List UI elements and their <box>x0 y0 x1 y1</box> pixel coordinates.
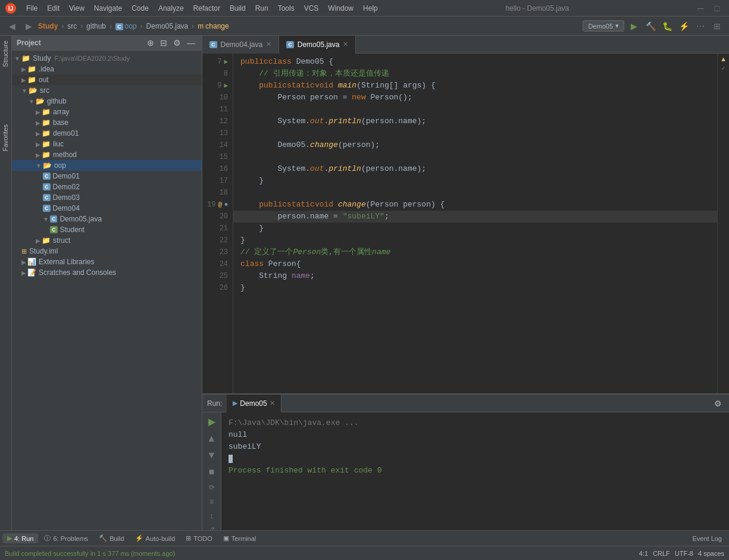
menu-refactor[interactable]: Refactor <box>190 3 224 14</box>
tab-demo05[interactable]: C Demo05.java ✕ <box>279 36 356 54</box>
tab-demo04[interactable]: C Demo04.java ✕ <box>202 36 279 54</box>
run-filter-button[interactable]: ≡ <box>208 496 215 507</box>
tree-item-struct[interactable]: ▶ 📁 struct <box>12 235 202 246</box>
run-tab-demo05[interactable]: ▶ Demo05 ✕ <box>227 395 281 412</box>
menu-build[interactable]: Build <box>226 3 249 14</box>
tree-item-array[interactable]: ▶ 📁 array <box>12 107 202 117</box>
run-button[interactable]: ▶ <box>627 19 641 33</box>
code-editor[interactable]: 7 ▶ 8 9 ▶ 10 11 12 13 14 15 16 17 18 19 … <box>202 54 729 393</box>
line-num-24: 24 <box>207 258 228 270</box>
tree-item-github[interactable]: ▼ 📂 github <box>12 96 202 107</box>
menu-file[interactable]: File <box>23 3 41 14</box>
tree-item-demo01-class[interactable]: C Demo01 <box>12 171 202 182</box>
list-icon: ⊞ <box>186 534 191 542</box>
tree-item-demo03-class[interactable]: C Demo03 <box>12 192 202 203</box>
tree-item-method[interactable]: ▶ 📁 method <box>12 149 202 160</box>
tree-item-oop[interactable]: ▼ 📂 oop <box>12 160 202 171</box>
more-button[interactable]: ⋯ <box>693 19 708 33</box>
favorites-panel-label[interactable]: Favorites <box>0 120 11 156</box>
tree-item-student[interactable]: C Student <box>12 224 202 235</box>
code-line-24: class Person{ <box>233 258 717 270</box>
tree-item-idea[interactable]: ▶ 📁 .idea <box>12 64 202 74</box>
menu-analyze[interactable]: Analyze <box>155 3 187 14</box>
project-collapse-button[interactable]: ⊟ <box>158 38 169 48</box>
layout-button[interactable]: ⊞ <box>710 19 724 33</box>
tree-item-external-libs[interactable]: ▶ 📊 External Libraries <box>12 256 202 267</box>
tree-item-liuc[interactable]: ▶ 📁 liuc <box>12 139 202 149</box>
folder-icon: 📁 <box>21 54 30 62</box>
project-add-button[interactable]: ⊕ <box>145 38 156 48</box>
tab-close-icon[interactable]: ✕ <box>266 40 271 48</box>
tree-item-scratches[interactable]: ▶ 📝 Scratches and Consoles <box>12 267 202 278</box>
run-up-button[interactable]: ▲ <box>206 432 218 445</box>
bottom-tab-event-log[interactable]: Event Log <box>687 534 727 543</box>
warning-icon: ▲ <box>721 56 725 63</box>
breadcrumb-sep-4: › <box>140 22 143 30</box>
menu-view[interactable]: View <box>65 3 88 14</box>
build-button[interactable]: 🔨 <box>643 19 658 33</box>
run-down-button[interactable]: ▼ <box>206 449 218 462</box>
code-line-15 <box>233 151 717 163</box>
tree-item-demo05-file[interactable]: ▼ C Demo05.java <box>12 214 202 224</box>
bottom-tab-problems[interactable]: ⓘ 6: Problems <box>39 533 93 544</box>
maximize-button[interactable]: □ <box>710 1 724 15</box>
menu-help[interactable]: Help <box>359 3 381 14</box>
run-sort-button[interactable]: ↕ <box>209 511 215 521</box>
breadcrumb-github[interactable]: github <box>86 22 106 30</box>
menu-run[interactable]: Run <box>252 3 272 14</box>
tree-item-demo02-class[interactable]: C Demo02 <box>12 182 202 192</box>
tree-label: src <box>40 86 49 95</box>
java-class-icon: C <box>43 173 51 180</box>
bottom-tab-terminal[interactable]: ▣ Terminal <box>218 533 261 543</box>
tree-item-study-root[interactable]: ▼ 📁 Study F:\java\IDEA2020.2\Study <box>12 53 202 64</box>
run-output-line-2: null <box>229 429 722 441</box>
menu-vcs[interactable]: VCS <box>301 3 323 14</box>
java-class-icon: C <box>43 194 51 201</box>
bottom-tab-autobuild[interactable]: ⚡ Auto-build <box>130 533 180 543</box>
breadcrumb-sep-2: › <box>80 22 83 30</box>
run-settings-button[interactable]: ⚙ <box>712 399 724 408</box>
run-config-selector[interactable]: Demo05 ▾ <box>583 20 624 32</box>
tree-item-demo01[interactable]: ▶ 📁 demo01 <box>12 128 202 139</box>
run-output: F:\Java\JDK\bin\java.exe ... null subeiL… <box>221 412 729 530</box>
run-tab-close-icon[interactable]: ✕ <box>270 399 275 407</box>
tree-item-demo04-class[interactable]: C Demo04 <box>12 203 202 214</box>
breadcrumb-src[interactable]: src <box>67 22 77 30</box>
run-rerun-button[interactable]: ⟳ <box>208 482 216 493</box>
code-line-13 <box>233 127 717 139</box>
code-line-18 <box>233 187 717 199</box>
tree-item-src[interactable]: ▼ 📂 src <box>12 85 202 96</box>
bottom-tab-run[interactable]: ▶ 4: Run <box>2 533 38 543</box>
tree-item-out[interactable]: ▶ 📁 out <box>12 74 202 85</box>
project-menu-button[interactable]: — <box>185 38 197 48</box>
structure-panel-label[interactable]: Structure <box>0 36 11 72</box>
run-start-button[interactable]: ▶ <box>207 415 217 428</box>
code-content[interactable]: public class Demo05 { // 引用传递：对象，本质还是值传递… <box>233 54 717 393</box>
breadcrumb-demo05java[interactable]: Coop <box>115 22 137 30</box>
breadcrumb-study[interactable]: Study <box>38 22 58 30</box>
run-stop-button[interactable]: ■ <box>208 465 216 478</box>
menu-tools[interactable]: Tools <box>274 3 298 14</box>
tree-label: out <box>39 76 49 84</box>
line-num-9: 9 ▶ <box>207 80 228 92</box>
bottom-tab-todo[interactable]: ⊞ TODO <box>181 533 217 543</box>
lightning-icon: ⚡ <box>135 534 143 542</box>
minimize-button[interactable]: ─ <box>693 1 708 15</box>
project-settings-button[interactable]: ⚙ <box>171 38 183 48</box>
tree-item-study-iml[interactable]: ⊞ Study.iml <box>12 246 202 256</box>
terminal-icon: ▣ <box>223 534 229 542</box>
menu-window[interactable]: Window <box>324 3 357 14</box>
tab-close-icon[interactable]: ✕ <box>343 40 348 48</box>
menu-edit[interactable]: Edit <box>43 3 63 14</box>
forward-button[interactable]: ▶ <box>21 19 36 33</box>
menu-navigate[interactable]: Navigate <box>90 3 126 14</box>
debug-button[interactable]: 🐛 <box>660 19 674 33</box>
menu-code[interactable]: Code <box>128 3 152 14</box>
bottom-tab-build[interactable]: 🔨 Build <box>94 533 129 543</box>
back-button[interactable]: ◀ <box>5 19 19 33</box>
breadcrumb-demo05[interactable]: Demo05.java <box>146 22 189 30</box>
coverage-button[interactable]: ⚡ <box>677 19 691 33</box>
breadcrumb-change[interactable]: mchange <box>198 22 229 30</box>
tree-item-base[interactable]: ▶ 📁 base <box>12 117 202 128</box>
run-print-button[interactable]: 🖨 <box>207 525 217 530</box>
